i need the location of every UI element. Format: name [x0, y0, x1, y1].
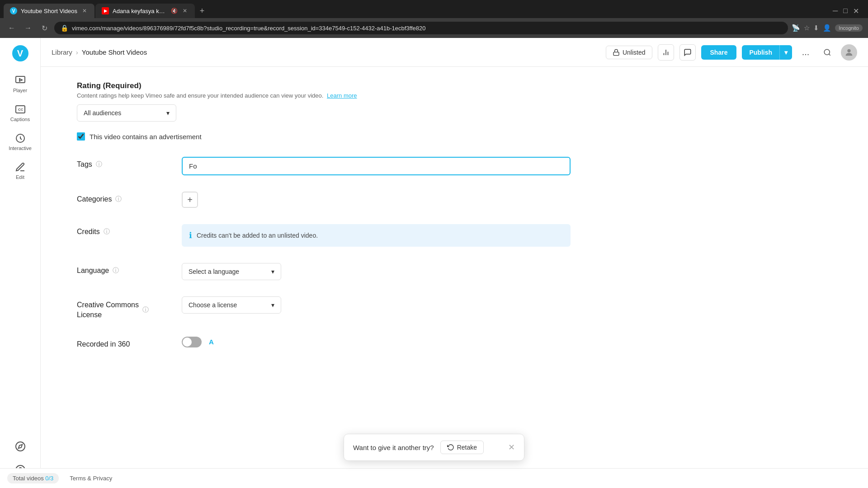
language-info-icon[interactable]: ⓘ — [113, 267, 119, 275]
sidebar-item-captions[interactable]: CC Captions — [2, 99, 38, 127]
license-label-text: Creative CommonsLicense — [77, 300, 139, 320]
language-dropdown[interactable]: Select a language ▾ — [182, 263, 281, 280]
window-controls: ─ □ ✕ — [833, 7, 864, 15]
search-button[interactable] — [819, 44, 835, 61]
download-icon[interactable]: ⬇ — [813, 24, 819, 32]
forward-button[interactable]: → — [22, 22, 34, 34]
breadcrumb: Library › Youtube Short Videos — [52, 48, 147, 56]
url-bar[interactable]: 🔒 vimeo.com/manage/videos/896376989/72fd… — [54, 22, 788, 34]
language-dropdown-arrow: ▾ — [271, 268, 274, 275]
bottom-bar: Total videos 0/3 Terms & Privacy — [0, 468, 868, 488]
avatar-icon — [844, 47, 854, 57]
app-layout: V Player CC Captions Interactive — [0, 38, 868, 487]
tab-1-close[interactable]: ✕ — [81, 7, 88, 14]
svg-text:CC: CC — [18, 108, 24, 112]
sidebar-item-compass[interactable] — [2, 436, 38, 456]
license-info-icon[interactable]: ⓘ — [142, 306, 149, 314]
analytics-icon — [662, 48, 670, 56]
rating-dropdown-row: All audiences ▾ — [77, 104, 652, 122]
license-section: Creative CommonsLicense ⓘ Choose a licen… — [77, 296, 652, 320]
profile-icon[interactable]: 👤 — [823, 24, 831, 32]
tab-bar: V Youtube Short Videos ✕ ▶ Adana keyfasy… — [0, 0, 868, 18]
tags-section: Tags ⓘ — [77, 157, 652, 175]
language-control: Select a language ▾ — [182, 263, 571, 280]
terms-privacy-link[interactable]: Terms & Privacy — [70, 475, 112, 482]
advertisement-text: This video contains an advertisement — [90, 133, 202, 141]
language-section: Language ⓘ Select a language ▾ — [77, 263, 652, 280]
breadcrumb-library[interactable]: Library — [52, 48, 72, 56]
publish-button[interactable]: Publish ▾ — [742, 45, 792, 60]
address-bar: ← → ↻ 🔒 vimeo.com/manage/videos/89637698… — [0, 18, 868, 38]
minimize-button[interactable]: ─ — [833, 7, 838, 15]
sidebar-item-edit[interactable]: Edit — [2, 157, 38, 184]
maximize-button[interactable]: □ — [843, 7, 848, 15]
share-button[interactable]: Share — [701, 45, 737, 60]
all-audiences-dropdown[interactable]: All audiences ▾ — [77, 104, 176, 122]
tab-2[interactable]: ▶ Adana keyfasya kebap'dan 🔇 ✕ — [95, 4, 195, 18]
svg-marker-1 — [19, 79, 22, 81]
comment-button[interactable] — [679, 44, 696, 61]
tab-2-mute-icon[interactable]: 🔇 — [171, 8, 178, 14]
cast-icon[interactable]: 📡 — [792, 24, 800, 32]
sidebar-player-label: Player — [13, 88, 27, 93]
search-icon — [823, 48, 831, 56]
retake-label: Retake — [457, 444, 477, 451]
tags-label: Tags ⓘ — [77, 157, 167, 169]
incognito-badge: Incognito — [835, 24, 863, 32]
license-control: Choose a license ▾ — [182, 296, 571, 314]
sidebar-captions-label: Captions — [10, 117, 30, 122]
tags-info-icon[interactable]: ⓘ — [96, 160, 102, 169]
rating-description: Content ratings help keep Vimeo safe and… — [77, 92, 439, 99]
sidebar-item-player[interactable]: Player — [2, 70, 38, 98]
user-avatar[interactable] — [841, 44, 857, 61]
analytics-button[interactable] — [658, 44, 674, 61]
credits-info-icon[interactable]: ⓘ — [104, 228, 110, 236]
credits-control: ℹ Credits can't be added to an unlisted … — [182, 224, 571, 247]
publish-label: Publish — [742, 45, 779, 60]
categories-section: Categories ⓘ + — [77, 192, 652, 208]
tags-input[interactable] — [182, 157, 571, 175]
retake-button[interactable]: Retake — [440, 441, 484, 454]
bookmark-icon[interactable]: ☆ — [804, 24, 810, 32]
breadcrumb-current: Youtube Short Videos — [82, 48, 147, 56]
vimeo-logo[interactable]: V — [12, 45, 28, 61]
reload-button[interactable]: ↻ — [38, 22, 51, 34]
tab-1-title: Youtube Short Videos — [21, 8, 77, 14]
unlisted-button[interactable]: Unlisted — [606, 46, 652, 59]
recorded-360-letter: A — [209, 338, 214, 346]
tab-1[interactable]: V Youtube Short Videos ✕ — [4, 4, 94, 18]
license-dropdown[interactable]: Choose a license ▾ — [182, 296, 281, 314]
learn-more-link[interactable]: Learn more — [327, 92, 357, 99]
more-options-button[interactable]: ... — [797, 44, 814, 61]
back-button[interactable]: ← — [5, 22, 18, 34]
credits-info-icon-notice: ℹ — [189, 230, 192, 240]
total-videos-badge: Total videos 0/3 — [7, 473, 59, 483]
svg-point-12 — [824, 49, 830, 55]
recorded-360-control: A — [182, 337, 571, 347]
recorded-360-toggle[interactable] — [182, 337, 202, 347]
total-videos-label: Total videos — [13, 475, 44, 482]
unlisted-label: Unlisted — [623, 49, 646, 56]
categories-info-icon[interactable]: ⓘ — [115, 195, 122, 203]
license-label: Creative CommonsLicense ⓘ — [77, 296, 167, 320]
toast-close-button[interactable]: ✕ — [508, 442, 515, 452]
add-category-button[interactable]: + — [182, 192, 198, 208]
categories-label: Categories ⓘ — [77, 192, 167, 203]
close-button[interactable]: ✕ — [853, 7, 859, 15]
recorded-360-label: Recorded in 360 — [77, 337, 167, 348]
edit-icon — [15, 162, 26, 173]
publish-dropdown-arrow[interactable]: ▾ — [779, 45, 792, 60]
new-tab-button[interactable]: + — [196, 5, 208, 17]
tab-2-favicon: ▶ — [102, 7, 109, 14]
dropdown-arrow-icon: ▾ — [166, 109, 170, 117]
license-placeholder: Choose a license — [189, 301, 237, 309]
advertisement-label[interactable]: This video contains an advertisement — [77, 132, 652, 141]
advertisement-row: This video contains an advertisement — [77, 132, 652, 141]
advertisement-checkbox[interactable] — [77, 132, 85, 141]
tab-2-close[interactable]: ✕ — [181, 7, 189, 14]
sidebar-edit-label: Edit — [16, 174, 24, 180]
license-dropdown-arrow: ▾ — [271, 301, 274, 309]
recorded-360-section: Recorded in 360 A — [77, 337, 652, 348]
sidebar-item-interactive[interactable]: Interactive — [2, 128, 38, 155]
browser-chrome: V Youtube Short Videos ✕ ▶ Adana keyfasy… — [0, 0, 868, 38]
